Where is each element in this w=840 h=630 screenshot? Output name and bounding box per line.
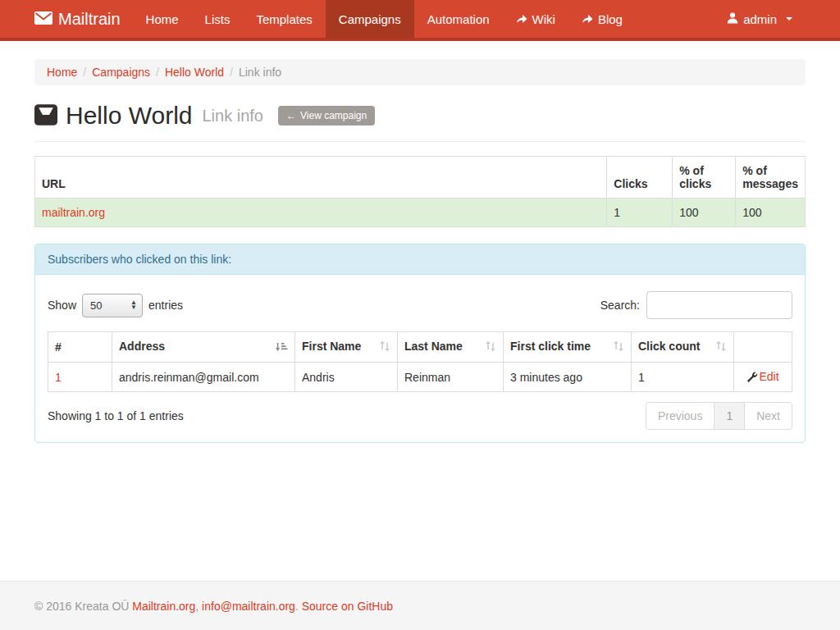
page-subtitle: Link info <box>203 107 264 126</box>
sort-asc-icon <box>276 340 288 354</box>
search-control: Search: <box>600 291 792 319</box>
subs-col-actions <box>734 332 792 363</box>
subs-col-address[interactable]: Address <box>112 332 295 363</box>
subscriber-address: andris.reinman@gmail.com <box>112 363 295 392</box>
external-arrow-icon <box>516 12 527 26</box>
github-source-link[interactable]: Source on GitHub <box>302 600 393 613</box>
nav-item-templates[interactable]: Templates <box>243 0 325 38</box>
nav-item-automation[interactable]: Automation <box>414 0 503 38</box>
envelope-icon <box>34 10 52 29</box>
panel-heading: Subscribers who clicked on this link: <box>35 244 805 275</box>
breadcrumb-hello-world[interactable]: Hello World <box>165 66 224 79</box>
footer: © 2016 Kreata OÜ Mailtrain.org, info@mai… <box>0 581 840 630</box>
mailtrain-org-link[interactable]: Mailtrain.org <box>132 600 195 613</box>
brand-label: Mailtrain <box>58 10 121 29</box>
sort-both-icon <box>715 340 727 354</box>
nav-item-blog[interactable]: Blog <box>568 0 636 38</box>
subs-col-click-count[interactable]: Click count <box>632 332 734 363</box>
user-label: admin <box>743 12 777 26</box>
link-pct-messages: 100 <box>736 199 806 227</box>
page-length-control: Show 50 ▲▼ entries <box>48 294 183 317</box>
subscribers-panel: Subscribers who clicked on this link: Sh… <box>34 244 806 443</box>
external-arrow-icon <box>582 12 593 26</box>
search-label: Search: <box>600 299 640 312</box>
view-campaign-button[interactable]: ← View campaign <box>278 106 375 126</box>
page-title: Hello World <box>66 102 193 130</box>
next-page-button[interactable]: Next <box>744 402 792 430</box>
nav-item-home[interactable]: Home <box>133 0 192 38</box>
links-col-pct-clicks: % of clicks <box>673 157 736 199</box>
sort-both-icon <box>485 340 496 354</box>
link-pct-clicks: 100 <box>673 199 736 227</box>
top-navbar: Mailtrain Home Lists Templates Campaigns… <box>0 0 840 41</box>
user-icon <box>727 12 738 26</box>
wrench-icon <box>746 371 759 384</box>
subs-col-last-name[interactable]: Last Name <box>398 332 504 363</box>
subscribers-table: # Address <box>48 331 792 392</box>
page-header: Hello World Link info ← View campaign <box>34 102 806 142</box>
sort-both-icon <box>379 340 390 354</box>
links-col-url: URL <box>35 157 607 199</box>
chevron-down-icon <box>786 17 792 21</box>
nav-item-campaigns[interactable]: Campaigns <box>326 0 414 38</box>
user-menu[interactable]: admin <box>714 0 806 38</box>
subscriber-last-name: Reinman <box>398 363 504 392</box>
search-input[interactable] <box>646 291 792 319</box>
entries-summary: Showing 1 to 1 of 1 entries <box>48 409 184 422</box>
inbox-icon <box>34 104 57 128</box>
edit-link[interactable]: Edit <box>759 370 778 383</box>
subscriber-index-link[interactable]: 1 <box>55 371 62 384</box>
page-1-button[interactable]: 1 <box>714 402 745 430</box>
subs-col-first-name[interactable]: First Name <box>295 332 398 363</box>
sort-both-icon <box>613 340 624 354</box>
subscriber-first-click: 3 minutes ago <box>504 363 632 392</box>
breadcrumb-campaigns[interactable]: Campaigns <box>92 66 150 79</box>
link-clicks: 1 <box>607 199 673 227</box>
subs-col-first-click[interactable]: First click time <box>504 332 632 363</box>
main-nav: Home Lists Templates Campaigns Automatio… <box>133 0 636 38</box>
nav-item-wiki[interactable]: Wiki <box>503 0 568 38</box>
links-table: URL Clicks % of clicks % of messages mai… <box>34 156 806 227</box>
email-link[interactable]: info@mailtrain.org <box>202 600 295 613</box>
table-row: mailtrain.org 1 100 100 <box>35 199 806 227</box>
links-col-pct-messages: % of messages <box>736 157 806 199</box>
subscriber-click-count: 1 <box>632 363 734 392</box>
subs-col-index[interactable]: # <box>48 332 112 363</box>
pagination: Previous 1 Next <box>646 402 792 430</box>
breadcrumb: Home/Campaigns/Hello World/Link info <box>34 59 806 85</box>
previous-page-button[interactable]: Previous <box>646 402 714 430</box>
breadcrumb-home[interactable]: Home <box>47 66 77 79</box>
nav-item-lists[interactable]: Lists <box>192 0 244 38</box>
breadcrumb-current: Link info <box>239 66 281 79</box>
brand-link[interactable]: Mailtrain <box>34 0 133 38</box>
arrow-left-icon: ← <box>286 110 296 121</box>
page-size-select[interactable]: 50 <box>82 294 143 317</box>
copyright-text: © 2016 Kreata OÜ <box>34 600 129 613</box>
links-col-clicks: Clicks <box>607 157 673 199</box>
link-url[interactable]: mailtrain.org <box>42 206 105 219</box>
subscriber-first-name: Andris <box>295 363 398 392</box>
table-row: 1 andris.reinman@gmail.com Andris Reinma… <box>48 363 792 392</box>
